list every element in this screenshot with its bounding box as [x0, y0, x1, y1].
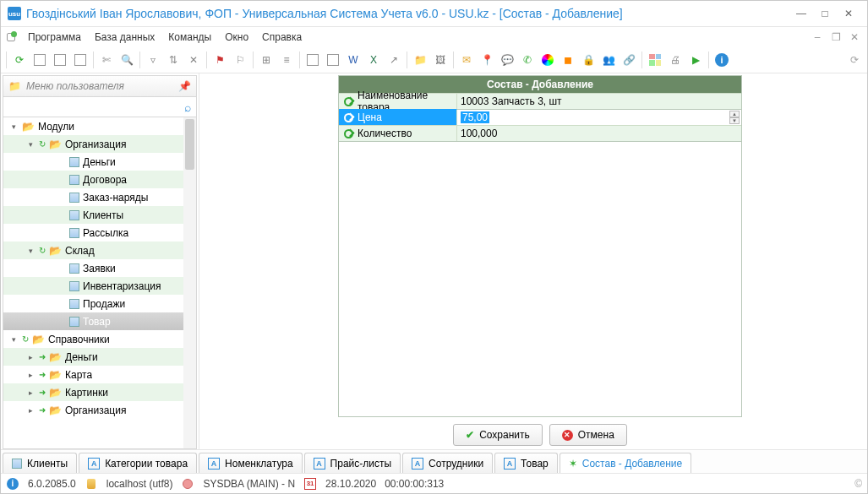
- expand-icon[interactable]: ▾: [8, 334, 19, 345]
- tool-rss-icon[interactable]: ◼: [559, 51, 577, 69]
- form-buttons: ✔ Сохранить ✕ Отмена: [338, 424, 742, 446]
- tool-clear-icon[interactable]: ✕: [184, 51, 203, 69]
- tool-info-icon[interactable]: i: [712, 51, 731, 69]
- tool-sort-icon[interactable]: ⇅: [164, 51, 183, 69]
- tree-label: Клиенты: [83, 209, 123, 221]
- tool-flag-icon[interactable]: ⚑: [210, 51, 229, 69]
- tool-open-icon[interactable]: [51, 51, 69, 69]
- tree-node[interactable]: Деньги: [3, 153, 196, 171]
- tool-refresh-icon[interactable]: ⟳: [10, 51, 29, 69]
- tool-play-icon[interactable]: ▶: [686, 51, 705, 69]
- doc-tab[interactable]: AКатегории товара: [79, 453, 197, 473]
- spin-down-icon[interactable]: ▼: [729, 117, 740, 124]
- menu-commands[interactable]: Команды: [161, 27, 218, 47]
- tree-node[interactable]: ▾↻📂Склад: [3, 242, 196, 259]
- tool-lock-icon[interactable]: 🔒: [579, 51, 598, 69]
- tool-excel-icon[interactable]: X: [364, 51, 383, 69]
- tool-link-icon[interactable]: 🔗: [620, 51, 638, 69]
- doc-tab[interactable]: AНоменклатура: [199, 453, 303, 473]
- tool-print-icon[interactable]: 🖨: [666, 51, 685, 69]
- doc-tab[interactable]: AТовар: [494, 453, 558, 473]
- scroll-thumb[interactable]: [185, 119, 194, 170]
- tree-node[interactable]: ▸➜📂Деньги: [3, 348, 196, 366]
- close-button[interactable]: ✕: [837, 5, 860, 22]
- tree-node[interactable]: Инвентаризация: [3, 277, 196, 295]
- tool-search-icon[interactable]: 🔍: [117, 51, 136, 69]
- tool-save-icon[interactable]: [71, 51, 90, 69]
- maximize-button[interactable]: □: [813, 5, 837, 22]
- tool-grid-icon[interactable]: [646, 51, 664, 69]
- sidebar-search[interactable]: ⌕: [3, 97, 197, 117]
- tool-mail-icon[interactable]: ✉: [457, 51, 476, 69]
- form-row[interactable]: Количество100,000: [339, 125, 741, 141]
- doc-tab[interactable]: AСотрудники: [402, 453, 493, 473]
- tree-node[interactable]: ▾↻📂Организация: [3, 135, 196, 153]
- expand-icon[interactable]: ▸: [25, 388, 35, 398]
- tool-color-icon[interactable]: [538, 51, 557, 69]
- mdi-restore-button[interactable]: ❐: [827, 30, 845, 45]
- form-row[interactable]: Наименование товара10003 Запчасть 3, шт: [339, 93, 741, 109]
- tree-label: Справочники: [48, 334, 110, 345]
- tool-flag2-icon[interactable]: ⚐: [231, 51, 249, 69]
- tree-node[interactable]: Договора: [3, 171, 196, 188]
- tool-list-icon[interactable]: ≡: [277, 51, 296, 69]
- tool-users-icon[interactable]: 👥: [599, 51, 618, 69]
- cancel-button[interactable]: ✕ Отмена: [549, 424, 627, 446]
- tree-node[interactable]: Клиенты: [3, 206, 196, 224]
- tool-export-icon[interactable]: ↗: [385, 51, 403, 69]
- expand-icon[interactable]: ▾: [25, 246, 35, 256]
- doc-tab[interactable]: Клиенты: [3, 453, 77, 473]
- tool-cut-icon[interactable]: ✄: [97, 51, 116, 69]
- form-value-cell[interactable]: 10003 Запчасть 3, шт: [457, 93, 741, 109]
- expand-icon[interactable]: ▸: [25, 352, 35, 362]
- tree-node[interactable]: Заявки: [3, 259, 196, 277]
- tool-copy-icon[interactable]: [303, 51, 322, 69]
- form-row[interactable]: Цена75,00▲▼: [339, 109, 741, 125]
- tool-tree-icon[interactable]: ⊞: [257, 51, 276, 69]
- tree-node[interactable]: ▸➜📂Картинки: [3, 383, 196, 401]
- mdi-minimize-button[interactable]: –: [808, 30, 827, 45]
- tab-label: Сотрудники: [429, 458, 483, 470]
- menu-program[interactable]: Программа: [21, 27, 88, 47]
- menu-window[interactable]: Окно: [218, 27, 255, 47]
- tree: ▾📂Модули▾↻📂ОрганизацияДеньгиДоговораЗака…: [3, 117, 197, 449]
- menu-help[interactable]: Справка: [255, 27, 308, 47]
- tree-node[interactable]: ▾📂Модули: [3, 117, 196, 135]
- menu-database[interactable]: База данных: [88, 27, 161, 47]
- tree-label: Организация: [65, 404, 126, 416]
- tool-msg-icon[interactable]: 💬: [498, 51, 516, 69]
- expand-icon[interactable]: ▾: [8, 122, 19, 132]
- form-value-cell[interactable]: 100,000: [457, 125, 741, 141]
- tree-node[interactable]: Заказ-наряды: [3, 188, 196, 206]
- mdi-close-button[interactable]: ✕: [845, 30, 864, 45]
- save-button[interactable]: ✔ Сохранить: [453, 424, 543, 446]
- minimize-button[interactable]: —: [789, 5, 813, 22]
- tree-node[interactable]: ▸➜📂Карта: [3, 366, 196, 383]
- tree-node[interactable]: Рассылка: [3, 224, 196, 242]
- spin-up-icon[interactable]: ▲: [729, 111, 740, 117]
- tool-image-icon[interactable]: 🖼: [431, 51, 450, 69]
- form-value-cell[interactable]: 75,00▲▼: [457, 109, 741, 125]
- tool-new-icon[interactable]: [30, 51, 49, 69]
- tree-node[interactable]: ▾↻📂Справочники: [3, 330, 196, 348]
- tree-node[interactable]: Продажи: [3, 295, 196, 312]
- doc-tab[interactable]: AПрайс-листы: [304, 453, 401, 473]
- tree-scrollbar[interactable]: [183, 117, 196, 448]
- tool-paste-icon[interactable]: [324, 51, 342, 69]
- tool-word-icon[interactable]: W: [344, 51, 363, 69]
- expand-icon[interactable]: ▸: [25, 370, 35, 380]
- tree-node[interactable]: Товар: [3, 312, 196, 330]
- tool-reconnect-icon[interactable]: ⟳: [845, 51, 864, 69]
- tool-folder-icon[interactable]: 📁: [411, 51, 429, 69]
- tool-sms-icon[interactable]: ✆: [518, 51, 537, 69]
- tree-node[interactable]: ▸➜📂Организация: [3, 401, 196, 419]
- tool-filter-icon[interactable]: ▿: [144, 51, 162, 69]
- expand-icon[interactable]: ▸: [25, 405, 35, 415]
- pin-icon[interactable]: 📌: [178, 80, 191, 92]
- cancel-icon: ✕: [562, 430, 573, 441]
- expand-icon[interactable]: ▾: [25, 139, 35, 149]
- spinner[interactable]: ▲▼: [729, 111, 740, 124]
- tool-pin-icon[interactable]: 📍: [478, 51, 496, 69]
- doc-tab[interactable]: ✶Состав - Добавление: [560, 453, 691, 473]
- status-info-icon[interactable]: i: [6, 477, 19, 491]
